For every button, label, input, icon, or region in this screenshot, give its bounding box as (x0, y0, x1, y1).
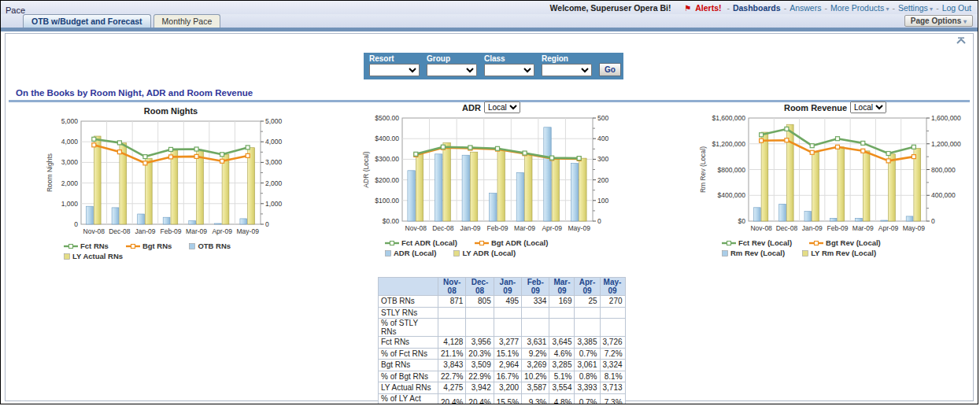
legend-label: LY Rm Rev (Local) (811, 249, 876, 257)
table-month-header: Nov-08 (438, 278, 466, 296)
nav-separator: - (784, 3, 787, 13)
nav-link-more-products[interactable]: More Products (830, 3, 884, 13)
room-revenue-unit-select[interactable]: Local (850, 102, 886, 113)
table-cell: 3,285 (549, 360, 575, 371)
square-marker-icon (453, 250, 460, 257)
table-cell (575, 307, 600, 319)
tab-otb-w-budget-and-forecast[interactable]: OTB w/Budget and Forecast (23, 14, 151, 28)
table-month-header: May-09 (600, 278, 625, 296)
section-title: On the Books by Room Night, ADR and Room… (16, 88, 253, 98)
row-label: % of LY Act RNs (379, 393, 438, 404)
svg-text:$1,200,000: $1,200,000 (712, 140, 745, 148)
svg-text:Dec-08: Dec-08 (776, 224, 798, 232)
svg-text:$800,000: $800,000 (718, 166, 746, 174)
legend-item: Fct Rev (Local) (722, 238, 792, 247)
legend-item: Bgt RNs (126, 242, 172, 250)
table-cell: 3,061 (575, 360, 600, 371)
svg-text:Feb-09: Feb-09 (487, 224, 508, 232)
table-cell: 3,587 (522, 382, 549, 394)
filter-label: Class (484, 54, 534, 63)
row-label: Fct RNs (379, 337, 438, 349)
table-row: STLY RNs (379, 307, 626, 319)
svg-text:$400,000: $400,000 (718, 191, 746, 199)
table-cell: 0.8% (575, 371, 600, 382)
chart-title: ADR (462, 103, 481, 113)
svg-text:Feb-09: Feb-09 (827, 224, 849, 232)
table-cell: 3,554 (549, 382, 575, 394)
page-options-button[interactable]: Page Options ▾ (904, 15, 973, 27)
filter-select-group[interactable] (427, 64, 477, 76)
table-cell: 3,385 (575, 337, 600, 349)
svg-text:500: 500 (597, 114, 608, 122)
chart-legend: Fct RNsBgt RNsOTB RNsLY Actual RNs (45, 242, 297, 262)
filter-label: Resort (369, 54, 420, 63)
table-cell: 20.4% (466, 393, 494, 404)
svg-text:$300.00: $300.00 (375, 155, 399, 163)
table-cell (549, 307, 575, 319)
nav-link-answers[interactable]: Answers (790, 3, 821, 13)
table-cell: 7.3% (600, 393, 625, 404)
table-header-row: Nov-08Dec-08Jan-09Feb-09Mar-09Apr-09May-… (379, 278, 626, 296)
svg-text:$200.00: $200.00 (375, 176, 399, 184)
filter-label: Group (427, 54, 477, 63)
svg-text:Jan-09: Jan-09 (802, 224, 823, 232)
filter-select-region[interactable] (542, 64, 592, 76)
table-row: Fct RNs4,1283,9563,2773,6313,6453,3853,7… (379, 337, 626, 349)
legend-item: Bgt ADR (Local) (475, 238, 548, 247)
svg-text:4,000: 4,000 (265, 138, 283, 146)
table-cell: 9.2% (522, 348, 549, 360)
svg-text:Apr-09: Apr-09 (542, 224, 562, 232)
collapse-section-icon[interactable] (956, 37, 967, 45)
chevron-down-icon: ▾ (963, 18, 967, 25)
legend-label: Rm Rev (Local) (730, 249, 785, 257)
filter-field-class: Class (484, 54, 534, 76)
svg-text:0: 0 (265, 220, 269, 228)
svg-text:5,000: 5,000 (265, 117, 283, 125)
dashboard-content: ResortGroupClassRegion Go On the Books b… (5, 33, 974, 401)
chevron-down-icon: ▾ (928, 6, 933, 13)
divider-band (1, 28, 978, 31)
table-month-header: Feb-09 (522, 278, 549, 296)
table-cell: 7.2% (600, 348, 625, 360)
welcome-text: Welcome, Superuser Opera Bi! (550, 3, 671, 13)
legend-item: Fct ADR (Local) (385, 238, 457, 247)
legend-item: LY Actual RNs (64, 252, 123, 260)
svg-text:300: 300 (597, 155, 608, 163)
svg-text:2,000: 2,000 (265, 179, 283, 187)
table-cell: 4.8% (549, 393, 575, 404)
chart-title-row: ADRLocal (361, 102, 621, 113)
table-cell (600, 319, 625, 337)
nav-link-log-out[interactable]: Log Out (942, 3, 971, 13)
filter-select-class[interactable] (484, 64, 534, 76)
nav-links: -Dashboards-Answers-More Products ▾-Sett… (723, 3, 971, 13)
alerts-link[interactable]: Alerts! (695, 3, 721, 13)
svg-text:$100.00: $100.00 (375, 197, 399, 205)
table-cell: 3,393 (575, 382, 600, 394)
legend-item: LY ADR (Local) (453, 249, 516, 257)
dashboard-tabs: OTB w/Budget and ForecastMonthly Pace (23, 14, 223, 28)
table-month-header: Apr-09 (575, 278, 600, 296)
line-marker-icon (64, 243, 78, 249)
table-row: Bgt RNs3,8433,5092,9643,2693,2853,0613,3… (379, 360, 626, 371)
go-button[interactable]: Go (599, 63, 621, 76)
filter-fields: ResortGroupClassRegion (369, 54, 599, 76)
table-cell: 334 (522, 296, 549, 308)
table-cell (494, 307, 521, 319)
svg-text:Feb-09: Feb-09 (161, 227, 182, 235)
tab-monthly-pace[interactable]: Monthly Pace (153, 14, 221, 28)
table-cell: 4.6% (549, 348, 575, 360)
legend-item: LY Rm Rev (Local) (802, 249, 876, 257)
nav-link-dashboards[interactable]: Dashboards (733, 3, 781, 13)
nav-link-settings[interactable]: Settings (898, 3, 928, 13)
adr-unit-select[interactable]: Local (484, 102, 520, 113)
row-label: % of Fct RNs (379, 348, 438, 360)
legend-label: LY Actual RNs (72, 252, 123, 260)
table-cell: 22.7% (438, 371, 466, 382)
table-cell (522, 319, 549, 337)
table-cell: 3,942 (466, 382, 494, 394)
row-label: % of Bgt RNs (379, 371, 438, 382)
svg-text:Mar-09: Mar-09 (852, 224, 874, 232)
filter-select-resort[interactable] (369, 64, 420, 76)
app-window: Pace Welcome, Superuser Opera Bi! ⚑ Aler… (0, 0, 978, 404)
table-cell: 3,269 (522, 360, 549, 371)
